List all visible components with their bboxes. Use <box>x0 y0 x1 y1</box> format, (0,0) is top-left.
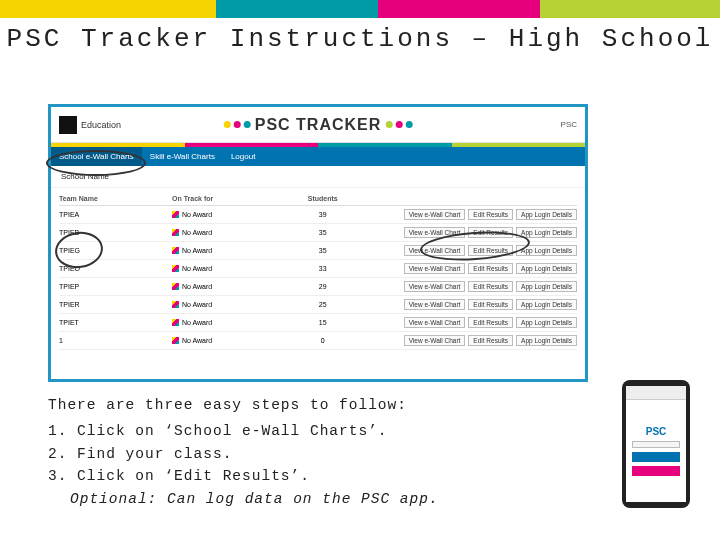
col-track: On Track for <box>172 195 294 202</box>
cell-students: 33 <box>294 265 351 272</box>
instructions-block: There are three easy steps to follow: 1.… <box>48 394 600 510</box>
instruction-step-1: 1. Click on ‘School e-Wall Charts’. <box>48 420 600 442</box>
app-login-button[interactable]: App Login Details <box>516 263 577 274</box>
phone-secondary-button <box>632 466 680 476</box>
cell-track: No Award <box>172 337 294 344</box>
tracker-screenshot: Education PSC TRACKER PSC School e-Wall … <box>48 104 588 382</box>
logo-text: Education <box>81 120 121 130</box>
brand-text: PSC TRACKER <box>255 116 382 134</box>
cell-students: 35 <box>294 229 351 236</box>
table-row: TPIERNo Award25View e-Wall ChartEdit Res… <box>59 296 577 314</box>
table-row: TPIEANo Award39View e-Wall ChartEdit Res… <box>59 206 577 224</box>
col-students: Students <box>294 195 351 202</box>
cell-team: TPIEB <box>59 229 172 236</box>
nav-tabs: School e-Wall Charts Skill e-Wall Charts… <box>51 147 585 166</box>
app-login-button[interactable]: App Login Details <box>516 335 577 346</box>
tab-skill-ewall[interactable]: Skill e-Wall Charts <box>142 147 223 166</box>
cell-track: No Award <box>172 247 294 254</box>
cell-track: No Award <box>172 283 294 290</box>
table-row: TPIEBNo Award35View e-Wall ChartEdit Res… <box>59 224 577 242</box>
award-flag-icon <box>172 265 179 272</box>
phone-psc-logo: PSC <box>646 426 667 437</box>
view-ewall-button[interactable]: View e-Wall Chart <box>404 245 466 256</box>
instruction-optional: Optional: Can log data on the PSC app. <box>48 488 600 510</box>
cell-students: 39 <box>294 211 351 218</box>
view-ewall-button[interactable]: View e-Wall Chart <box>404 299 466 310</box>
table-row: TPIETNo Award15View e-Wall ChartEdit Res… <box>59 314 577 332</box>
view-ewall-button[interactable]: View e-Wall Chart <box>404 335 466 346</box>
psc-badge: PSC <box>561 120 577 129</box>
slide-top-stripe <box>0 0 720 18</box>
phone-input <box>632 441 680 448</box>
edit-results-button[interactable]: Edit Results <box>468 317 513 328</box>
cell-track: No Award <box>172 301 294 308</box>
edit-results-button[interactable]: Edit Results <box>468 245 513 256</box>
col-actions <box>351 195 577 202</box>
award-flag-icon <box>172 247 179 254</box>
brand-dots-left <box>224 121 251 128</box>
cell-track: No Award <box>172 265 294 272</box>
view-ewall-button[interactable]: View e-Wall Chart <box>404 317 466 328</box>
instruction-step-2: 2. Find your class. <box>48 443 600 465</box>
view-ewall-button[interactable]: View e-Wall Chart <box>404 263 466 274</box>
award-flag-icon <box>172 337 179 344</box>
cell-team: TPIER <box>59 301 172 308</box>
table-row: TPIEGNo Award35View e-Wall ChartEdit Res… <box>59 242 577 260</box>
edit-results-button[interactable]: Edit Results <box>468 263 513 274</box>
tab-logout[interactable]: Logout <box>223 147 263 166</box>
tab-school-ewall[interactable]: School e-Wall Charts <box>51 147 142 166</box>
cell-team: TPIEP <box>59 283 172 290</box>
edit-results-button[interactable]: Edit Results <box>468 227 513 238</box>
award-flag-icon <box>172 229 179 236</box>
cell-students: 25 <box>294 301 351 308</box>
cell-team: 1 <box>59 337 172 344</box>
instruction-step-3: 3. Click on ‘Edit Results’. <box>48 465 600 487</box>
cell-team: TPIEO <box>59 265 172 272</box>
edit-results-button[interactable]: Edit Results <box>468 335 513 346</box>
table-row: 1No Award0View e-Wall ChartEdit ResultsA… <box>59 332 577 350</box>
award-flag-icon <box>172 319 179 326</box>
edit-results-button[interactable]: Edit Results <box>468 281 513 292</box>
edit-results-button[interactable]: Edit Results <box>468 209 513 220</box>
table-row: TPIEONo Award33View e-Wall ChartEdit Res… <box>59 260 577 278</box>
view-ewall-button[interactable]: View e-Wall Chart <box>404 209 466 220</box>
cell-track: No Award <box>172 211 294 218</box>
app-login-button[interactable]: App Login Details <box>516 209 577 220</box>
cell-track: No Award <box>172 229 294 236</box>
brand-dots-right <box>385 121 412 128</box>
cell-team: TPIEA <box>59 211 172 218</box>
award-flag-icon <box>172 283 179 290</box>
app-login-button[interactable]: App Login Details <box>516 281 577 292</box>
teams-table: Team Name On Track for Students TPIEANo … <box>51 188 585 350</box>
cell-students: 0 <box>294 337 351 344</box>
app-login-button[interactable]: App Login Details <box>516 317 577 328</box>
phone-statusbar <box>626 386 686 400</box>
app-login-button[interactable]: App Login Details <box>516 299 577 310</box>
award-flag-icon <box>172 301 179 308</box>
psc-tracker-brand: PSC TRACKER <box>224 116 413 134</box>
cell-students: 29 <box>294 283 351 290</box>
view-ewall-button[interactable]: View e-Wall Chart <box>404 227 466 238</box>
phone-primary-button <box>632 452 680 462</box>
page-title: PSC Tracker Instructions – High School <box>0 24 720 54</box>
app-login-button[interactable]: App Login Details <box>516 245 577 256</box>
edit-results-button[interactable]: Edit Results <box>468 299 513 310</box>
col-team: Team Name <box>59 195 172 202</box>
nsw-logo: Education <box>59 116 121 134</box>
view-ewall-button[interactable]: View e-Wall Chart <box>404 281 466 292</box>
cell-team: TPIEG <box>59 247 172 254</box>
nsw-waratah-icon <box>59 116 77 134</box>
table-row: TPIEPNo Award29View e-Wall ChartEdit Res… <box>59 278 577 296</box>
instructions-intro: There are three easy steps to follow: <box>48 394 600 416</box>
phone-mockup: PSC <box>622 380 690 508</box>
cell-team: TPIET <box>59 319 172 326</box>
cell-students: 15 <box>294 319 351 326</box>
table-header: Team Name On Track for Students <box>59 192 577 206</box>
cell-track: No Award <box>172 319 294 326</box>
cell-students: 35 <box>294 247 351 254</box>
app-login-button[interactable]: App Login Details <box>516 227 577 238</box>
award-flag-icon <box>172 211 179 218</box>
school-name: School Name <box>51 166 585 188</box>
